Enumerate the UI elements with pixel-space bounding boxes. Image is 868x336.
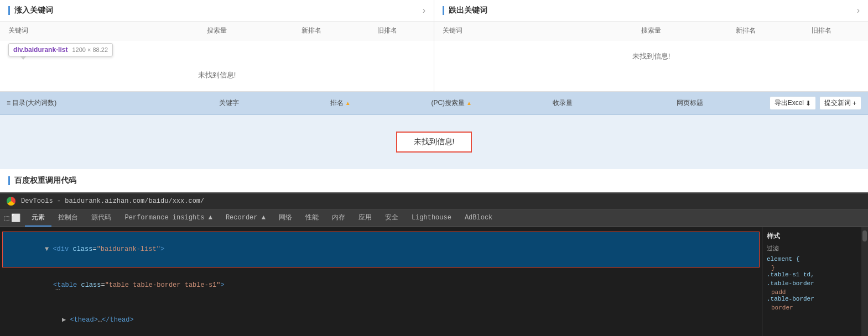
rank-sort-icon[interactable]: ▲: [345, 100, 351, 106]
rising-panel-arrow[interactable]: ›: [423, 6, 425, 15]
dom-line-div-baidurank[interactable]: ▼ <div class="baidurank-list">: [2, 232, 760, 267]
col-actions: 导出Excel ⬇ 提交新词 +: [770, 96, 861, 110]
tab-network[interactable]: 网络: [272, 209, 299, 227]
export-excel-icon: ⬇: [805, 99, 811, 107]
main-table-body: 未找到信息!: [0, 115, 868, 169]
style-property-1: }: [767, 265, 857, 271]
devtools-title: DevTools - baidurank.aizhan.com/baidu/xx…: [21, 197, 204, 205]
falling-table-header: 关键词 搜索量 新排名 旧排名: [434, 22, 868, 40]
tab-adblock[interactable]: AdBlock: [458, 211, 499, 226]
style-rule-table-s1: .table-s1 td,: [767, 271, 857, 278]
devtools-content: ▼ <div class="baidurank-list"> <table cl…: [0, 227, 868, 336]
tab-memory[interactable]: 内存: [325, 209, 352, 227]
element-tooltip-name: div.baidurank-list: [13, 46, 67, 54]
style-property-border: border: [767, 305, 857, 311]
falling-panel-arrow[interactable]: ›: [857, 6, 860, 15]
rising-table-header: 关键词 搜索量 新排名 旧排名: [0, 22, 434, 40]
tab-performance-insights[interactable]: Performance insights ▲: [118, 211, 219, 226]
export-excel-button[interactable]: 导出Excel ⬇: [770, 96, 816, 110]
rising-col-oldrank: 旧排名: [350, 26, 425, 35]
style-rule-border: .table-border: [767, 296, 857, 302]
submit-keyword-label: 提交新词: [824, 98, 851, 108]
falling-empty-text: 未找到信息!: [632, 52, 671, 60]
tab-lighthouse[interactable]: Lighthouse: [405, 211, 458, 226]
col-keyword: 关键字: [165, 98, 293, 108]
falling-panel-content: 未找到信息!: [434, 40, 868, 72]
rising-keyword-panel: 涨入关键词 › 关键词 搜索量 新排名 旧排名 div.baidurank-li…: [0, 0, 434, 91]
falling-panel-title: 跌出关键词: [443, 6, 487, 15]
tab-console[interactable]: 控制台: [51, 209, 85, 227]
falling-title-text: 跌出关键词: [449, 6, 487, 15]
falling-col-keyword: 关键词: [443, 26, 594, 35]
tab-application[interactable]: 应用: [352, 209, 378, 227]
section-title-row: 百度权重调用代码: [0, 169, 868, 192]
col-indexed: 收录量: [515, 98, 610, 108]
pcsearch-sort-icon[interactable]: ▲: [466, 100, 472, 106]
tab-recorder[interactable]: Recorder ▲: [219, 211, 272, 226]
section-title-text: 百度权重调用代码: [14, 176, 76, 186]
falling-col-newrank: 新排名: [708, 26, 784, 35]
tab-sources[interactable]: 源代码: [85, 209, 118, 227]
tab-elements[interactable]: 元素: [25, 209, 51, 227]
submit-keyword-button[interactable]: 提交新词 +: [819, 96, 861, 110]
submit-keyword-icon: +: [853, 99, 856, 107]
falling-col-search: 搜索量: [594, 26, 708, 35]
element-tooltip: div.baidurank-list 1200 × 88.22: [8, 43, 113, 56]
col-dir: ≡ 目录(大约词数): [7, 98, 165, 108]
style-property-padd: padd: [767, 289, 857, 296]
devtools-panel: DevTools - baidurank.aizhan.com/baidu/xx…: [0, 192, 868, 336]
export-excel-label: 导出Excel: [775, 98, 804, 108]
rising-col-newrank: 新排名: [274, 26, 350, 35]
rising-empty-text: 未找到信息!: [198, 71, 236, 79]
styles-filter-label: 过滤: [767, 244, 857, 253]
tooltip-row: div.baidurank-list 1200 × 88.22: [0, 40, 434, 59]
style-rule-table-border: .table-border: [767, 280, 857, 287]
tab-security[interactable]: 安全: [378, 209, 405, 227]
devtools-title-bar: DevTools - baidurank.aizhan.com/baidu/xx…: [0, 193, 868, 209]
rising-title-text: 涨入关键词: [14, 6, 53, 15]
dom-line-thead[interactable]: ▶ <thead>…</thead>: [2, 302, 760, 336]
falling-col-oldrank: 旧排名: [784, 26, 860, 35]
keyword-panels: 涨入关键词 › 关键词 搜索量 新排名 旧排名 div.baidurank-li…: [0, 0, 868, 92]
main-table-header: ≡ 目录(大约词数) 关键字 排名 ▲ (PC)搜索量 ▲ 收录量 网页标题 导…: [0, 92, 868, 115]
falling-panel-header: 跌出关键词 ›: [434, 0, 868, 22]
page-wrapper: 涨入关键词 › 关键词 搜索量 新排名 旧排名 div.baidurank-li…: [0, 0, 868, 336]
element-tooltip-size: 1200 × 88.22: [72, 46, 108, 53]
tab-performance[interactable]: 性能: [299, 209, 325, 227]
rising-col-search: 搜索量: [160, 26, 274, 35]
section-title: 百度权重调用代码: [8, 176, 76, 186]
main-table-empty: 未找到信息!: [396, 132, 472, 153]
col-pcsearch-text: (PC)搜索量: [431, 98, 465, 108]
col-pcsearch: (PC)搜索量 ▲: [388, 98, 515, 108]
dom-line-table[interactable]: <table class="table table-border table-s…: [2, 267, 760, 302]
chrome-icon: [7, 197, 15, 206]
device-icon[interactable]: ⬜: [11, 213, 20, 223]
main-table-section: ≡ 目录(大约词数) 关键字 排名 ▲ (PC)搜索量 ▲ 收录量 网页标题 导…: [0, 92, 868, 169]
main-empty-text: 未找到信息!: [414, 137, 455, 146]
cursor-icon[interactable]: ⬚: [4, 213, 9, 223]
rising-panel-header: 涨入关键词 ›: [0, 0, 434, 22]
falling-keyword-panel: 跌出关键词 › 关键词 搜索量 新排名 旧排名 未找到信息!: [434, 0, 868, 91]
styles-header: 样式: [767, 232, 857, 241]
dom-panel: ▼ <div class="baidurank-list"> <table cl…: [0, 227, 762, 336]
col-rank-text: 排名: [330, 98, 344, 108]
col-title: 网页标题: [610, 98, 769, 108]
rising-col-keyword: 关键词: [8, 26, 160, 35]
styles-panel: 样式 过滤 element { } .table-s1 td, .table-b…: [762, 227, 861, 336]
rising-panel-title: 涨入关键词: [8, 6, 53, 15]
style-rule-element: element {: [767, 256, 857, 262]
col-dir-text: ≡ 目录(大约词数): [7, 98, 56, 108]
col-indexed-text: 收录量: [553, 99, 573, 107]
scrollbar[interactable]: [861, 227, 868, 336]
col-rank: 排名 ▲: [293, 98, 388, 108]
col-title-text: 网页标题: [677, 99, 703, 107]
rising-panel-content: 未找到信息!: [0, 59, 434, 91]
devtools-tabs: ⬚ ⬜ 元素 控制台 源代码 Performance insights ▲ Re…: [0, 209, 868, 227]
col-keyword-text: 关键字: [219, 99, 239, 107]
